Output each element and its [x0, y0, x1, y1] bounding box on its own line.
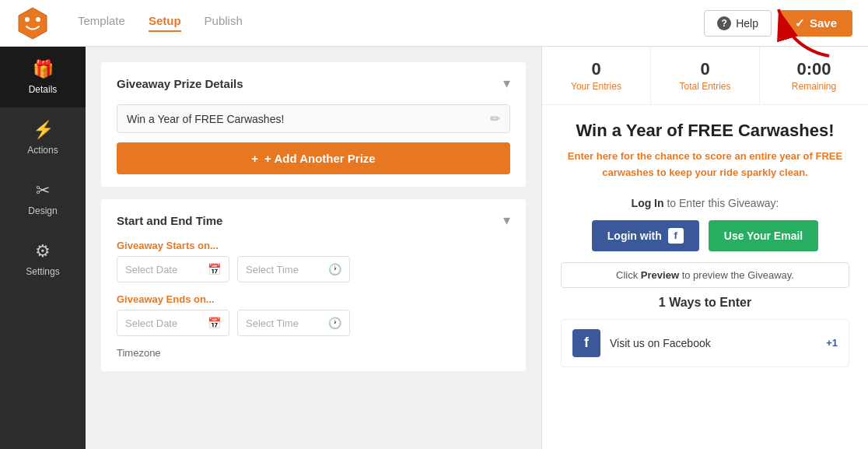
- sidebar-label-design: Design: [28, 205, 57, 216]
- end-date-calendar-icon: 📅: [208, 317, 221, 329]
- prize-section-header[interactable]: Giveaway Prize Details ▾: [117, 75, 510, 92]
- add-prize-button[interactable]: + + Add Another Prize: [117, 142, 510, 174]
- preview-hint: Click Preview to preview the Giveaway.: [561, 262, 849, 288]
- login-suffix: to Enter this Giveaway:: [664, 197, 779, 209]
- total-entries-number: 0: [651, 59, 759, 79]
- desc-after: to keep your ride sparkly clean.: [654, 167, 808, 178]
- end-date-input[interactable]: Select Date 📅: [117, 310, 229, 336]
- prize-section-title: Giveaway Prize Details: [117, 77, 243, 90]
- sidebar-item-details[interactable]: 🎁 Details: [0, 47, 86, 107]
- email-btn-label: Use Your Email: [724, 230, 803, 242]
- svg-marker-0: [19, 8, 47, 39]
- facebook-brand-icon: f: [572, 329, 600, 357]
- stat-remaining: 0:00 Remaining: [760, 47, 868, 104]
- end-datetime-row: Select Date 📅 Select Time 🕐: [117, 310, 510, 336]
- actions-icon: ⚡: [33, 120, 54, 140]
- end-time-input[interactable]: Select Time 🕐: [237, 310, 350, 336]
- ends-label: Giveaway Ends on...: [117, 293, 510, 305]
- start-time-input[interactable]: Select Time 🕐: [237, 256, 350, 282]
- preview-panel: 0 Your Entries 0 Total Entries 0:00 Rema…: [541, 47, 868, 449]
- plus-one-badge: +1: [826, 337, 838, 349]
- remaining-number: 0:00: [760, 59, 868, 79]
- svg-point-2: [36, 17, 40, 22]
- total-entries-label: Total Entries: [651, 81, 759, 92]
- hint-after: to preview the Giveaway.: [679, 269, 794, 281]
- save-label: Save: [810, 16, 837, 30]
- visit-fb-left: f Visit us on Facebook: [572, 329, 711, 357]
- settings-icon: ⚙: [35, 241, 51, 261]
- giveaway-description: Enter here for the chance to score an en…: [561, 149, 849, 181]
- help-button[interactable]: ? Help: [704, 10, 772, 37]
- facebook-login-button[interactable]: Login with f: [592, 220, 699, 251]
- save-button[interactable]: ✓ Save: [779, 10, 852, 37]
- preview-body: Win a Year of FREE Carwashes! Enter here…: [542, 105, 868, 383]
- remaining-label: Remaining: [760, 81, 868, 92]
- login-buttons: Login with f Use Your Email: [561, 220, 849, 251]
- time-section-title: Start and End Time: [117, 214, 222, 227]
- starts-label: Giveaway Starts on...: [117, 240, 510, 251]
- sidebar-item-actions[interactable]: ⚡ Actions: [0, 107, 86, 168]
- end-time-placeholder: Select Time: [246, 317, 299, 329]
- sidebar: 🎁 Details ⚡ Actions ✂ Design ⚙ Settings: [0, 47, 86, 449]
- sidebar-label-details: Details: [29, 84, 58, 95]
- timezone-label: Timezone: [117, 347, 510, 359]
- prize-input-row: Win a Year of FREE Carwashes! ✏: [117, 104, 510, 133]
- check-icon: ✓: [795, 16, 805, 30]
- giveaway-title: Win a Year of FREE Carwashes!: [561, 121, 849, 141]
- edit-prize-icon[interactable]: ✏: [490, 111, 500, 126]
- end-time-clock-icon: 🕐: [328, 317, 341, 329]
- tab-template[interactable]: Template: [78, 14, 125, 32]
- tab-publish[interactable]: Publish: [205, 14, 243, 32]
- your-entries-label: Your Entries: [542, 81, 650, 92]
- app-logo[interactable]: [16, 6, 50, 40]
- desc-before: Enter here for the chance to score: [568, 150, 735, 162]
- stats-row: 0 Your Entries 0 Total Entries 0:00 Rema…: [542, 47, 868, 105]
- start-datetime-row: Select Date 📅 Select Time 🕐: [117, 256, 510, 282]
- sidebar-label-actions: Actions: [27, 145, 58, 156]
- content-panel: Giveaway Prize Details ▾ Win a Year of F…: [86, 47, 541, 449]
- prize-section: Giveaway Prize Details ▾ Win a Year of F…: [101, 62, 526, 187]
- prize-name-text: Win a Year of FREE Carwashes!: [127, 113, 284, 125]
- sidebar-item-settings[interactable]: ⚙ Settings: [0, 229, 86, 289]
- end-date-placeholder: Select Date: [125, 317, 177, 329]
- login-bold: Log In: [632, 197, 664, 209]
- design-icon: ✂: [36, 181, 50, 201]
- stat-total-entries: 0 Total Entries: [651, 47, 760, 104]
- sidebar-label-settings: Settings: [26, 266, 59, 277]
- ways-to-enter: 1 Ways to Enter: [561, 296, 849, 310]
- your-entries-number: 0: [542, 59, 650, 79]
- visit-facebook-row[interactable]: f Visit us on Facebook +1: [561, 319, 849, 367]
- prize-chevron-icon: ▾: [503, 75, 510, 92]
- start-time-placeholder: Select Time: [246, 264, 299, 275]
- time-chevron-icon: ▾: [503, 212, 510, 229]
- start-time-clock-icon: 🕐: [328, 263, 341, 275]
- login-label: Log In to Enter this Giveaway:: [561, 197, 849, 209]
- start-date-input[interactable]: Select Date 📅: [117, 256, 229, 282]
- main-layout: 🎁 Details ⚡ Actions ✂ Design ⚙ Settings …: [0, 47, 868, 449]
- hint-before: Click: [616, 269, 641, 281]
- help-label: Help: [736, 17, 758, 30]
- sidebar-item-design[interactable]: ✂ Design: [0, 168, 86, 229]
- details-icon: 🎁: [33, 59, 54, 79]
- question-icon: ?: [717, 16, 731, 30]
- stat-your-entries: 0 Your Entries: [542, 47, 651, 104]
- add-prize-label: + Add Another Prize: [264, 152, 376, 165]
- start-date-placeholder: Select Date: [125, 264, 177, 275]
- time-section-header[interactable]: Start and End Time ▾: [117, 212, 510, 229]
- hint-bold: Preview: [641, 269, 679, 281]
- email-login-button[interactable]: Use Your Email: [709, 220, 818, 251]
- nav-tabs: Template Setup Publish: [78, 14, 243, 32]
- tab-setup[interactable]: Setup: [149, 14, 181, 32]
- fb-login-label: Login with: [607, 230, 662, 242]
- svg-point-1: [25, 17, 30, 22]
- visit-facebook-label: Visit us on Facebook: [610, 337, 711, 349]
- time-section: Start and End Time ▾ Giveaway Starts on.…: [101, 199, 526, 371]
- start-date-calendar-icon: 📅: [208, 263, 221, 275]
- nav-actions: ? Help ✓ Save: [704, 10, 852, 37]
- add-icon: +: [251, 152, 258, 165]
- facebook-icon: f: [668, 228, 684, 244]
- top-nav: Template Setup Publish ? Help ✓ Save: [0, 0, 868, 47]
